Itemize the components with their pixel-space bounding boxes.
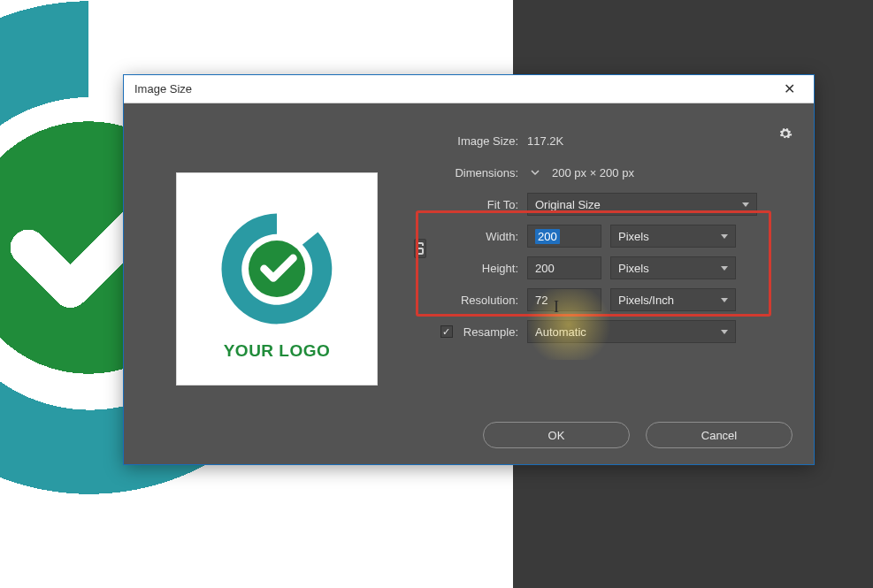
resample-checkbox[interactable]: ✓: [440, 325, 453, 338]
dimensions-row: Dimensions: 200 px × 200 px: [414, 160, 798, 185]
ok-button[interactable]: OK: [483, 422, 630, 448]
image-size-label: Image Size:: [414, 134, 518, 148]
chevron-down-icon: [721, 298, 728, 302]
settings-menu-button[interactable]: [778, 126, 793, 143]
image-size-value: 117.2K: [527, 134, 563, 148]
resample-row: ✓ Resample: Automatic: [414, 319, 798, 344]
dimensions-label: Dimensions:: [414, 166, 518, 179]
chevron-down-icon: [742, 202, 749, 207]
link-icon: [414, 239, 426, 258]
fit-to-value: Original Size: [535, 198, 601, 211]
resolution-value: 72: [535, 294, 548, 307]
image-size-row: Image Size: 117.2K: [414, 128, 798, 153]
height-unit-select[interactable]: Pixels: [610, 256, 736, 279]
chevron-down-icon: [721, 330, 728, 334]
gear-icon: [778, 126, 793, 141]
ok-label: OK: [548, 429, 565, 442]
resolution-unit-value: Pixels/Inch: [618, 294, 674, 307]
check-icon: ✓: [442, 327, 450, 337]
chevron-down-icon: [721, 234, 728, 239]
width-unit-value: Pixels: [618, 230, 649, 243]
fields-area: Image Size: 117.2K Dimensions: 200 px × …: [414, 121, 798, 411]
chevron-down-icon: [721, 266, 728, 271]
chevron-down-icon: [530, 167, 540, 178]
height-unit-value: Pixels: [618, 262, 649, 275]
svg-point-2: [249, 241, 305, 297]
preview-logo-text: YOUR LOGO: [224, 341, 331, 361]
dialog-titlebar: Image Size ✕: [124, 75, 814, 103]
width-unit-select[interactable]: Pixels: [610, 225, 736, 248]
resample-value: Automatic: [535, 325, 586, 339]
resolution-row: Resolution: 72 Pixels/Inch: [414, 287, 798, 312]
resample-method-select[interactable]: Automatic: [527, 320, 736, 343]
width-row: Width: 200 Pixels: [414, 224, 798, 248]
cancel-label: Cancel: [701, 429, 737, 442]
resample-label: Resample:: [463, 325, 518, 339]
close-icon: ✕: [784, 80, 795, 97]
height-value: 200: [535, 262, 555, 275]
preview-logo-icon: [206, 198, 348, 340]
width-value: 200: [535, 229, 560, 244]
resolution-input[interactable]: 72: [527, 288, 601, 311]
preview-thumbnail: YOUR LOGO: [176, 172, 378, 386]
height-row: Height: 200 Pixels: [414, 256, 798, 280]
height-input[interactable]: 200: [527, 256, 601, 279]
dialog-body: YOUR LOGO Image Size: 117.2K Dimensions:…: [124, 103, 814, 422]
dimensions-menu-button[interactable]: [527, 164, 543, 180]
dimensions-value: 200 px × 200 px: [552, 166, 634, 179]
fit-to-select[interactable]: Original Size: [527, 193, 757, 216]
dialog-buttons: OK Cancel: [124, 422, 814, 464]
preview-area: YOUR LOGO: [140, 121, 414, 411]
dialog-title: Image Size: [134, 82, 192, 95]
fit-to-row: Fit To: Original Size: [414, 192, 798, 217]
constrain-proportions-toggle[interactable]: [407, 222, 433, 275]
cancel-button[interactable]: Cancel: [646, 422, 793, 448]
fit-to-label: Fit To:: [414, 198, 518, 211]
resolution-label: Resolution:: [414, 294, 518, 307]
resolution-unit-select[interactable]: Pixels/Inch: [610, 288, 736, 311]
image-size-dialog: Image Size ✕ YOUR LOGO Imag: [124, 75, 814, 464]
width-input[interactable]: 200: [527, 225, 601, 248]
close-button[interactable]: ✕: [771, 77, 807, 102]
